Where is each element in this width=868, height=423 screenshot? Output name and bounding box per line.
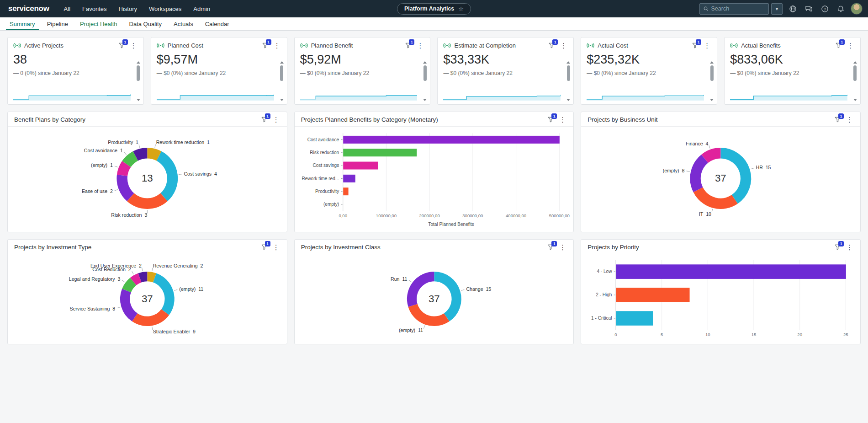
- menu-item-all[interactable]: All: [58, 3, 76, 15]
- donut-slice-strategic-enabler[interactable]: [135, 312, 165, 321]
- donut-slice-finance[interactable]: [705, 153, 721, 159]
- donut-slice-it[interactable]: [698, 190, 735, 203]
- donut-slice-end-user-experience[interactable]: [140, 277, 147, 278]
- bar-4-low[interactable]: [616, 264, 846, 279]
- kpi-scrollbar[interactable]: [423, 61, 427, 101]
- help-icon[interactable]: ?: [819, 3, 831, 15]
- kpi-scrollbar[interactable]: [280, 61, 284, 101]
- filter-button[interactable]: 1: [836, 43, 842, 48]
- context-menu-button[interactable]: ⋮: [846, 42, 855, 49]
- bar-2-high[interactable]: [616, 288, 690, 302]
- donut-slice-empty[interactable]: [155, 278, 170, 312]
- scroll-thumb[interactable]: [567, 65, 570, 81]
- scroll-thumb[interactable]: [137, 65, 140, 81]
- menu-item-workspaces[interactable]: Workspaces: [143, 3, 187, 15]
- context-menu-button[interactable]: ⋮: [845, 244, 854, 251]
- context-menu-button[interactable]: ⋮: [558, 244, 567, 251]
- tab-data-quality[interactable]: Data Quality: [123, 17, 168, 30]
- scroll-up-icon[interactable]: [566, 61, 570, 64]
- tab-calendar[interactable]: Calendar: [199, 17, 235, 30]
- context-menu-button[interactable]: ⋮: [416, 42, 424, 49]
- user-avatar[interactable]: [851, 3, 863, 15]
- tab-project-health[interactable]: Project Health: [74, 17, 123, 30]
- kpi-card-active-projects: Active Projects1⋮38— 0 (0%) since Januar…: [7, 37, 144, 105]
- context-menu-button[interactable]: ⋮: [129, 42, 138, 49]
- scroll-down-icon[interactable]: [280, 99, 284, 101]
- slice-label-line: [115, 189, 118, 191]
- kpi-scrollbar[interactable]: [566, 61, 570, 101]
- donut-slice-cost-reduction[interactable]: [133, 278, 140, 282]
- donut-slice-ease-of-use[interactable]: [122, 175, 131, 197]
- workspace-pill[interactable]: Platform Analytics ☆: [397, 3, 471, 15]
- scroll-up-icon[interactable]: [710, 61, 714, 64]
- context-menu-button[interactable]: ⋮: [845, 116, 854, 123]
- kpi-scrollbar[interactable]: [853, 61, 857, 101]
- menu-item-admin[interactable]: Admin: [188, 3, 216, 15]
- menu-item-history[interactable]: History: [113, 3, 143, 15]
- scroll-up-icon[interactable]: [137, 61, 140, 64]
- kpi-scrollbar[interactable]: [710, 61, 714, 101]
- bar-productivity[interactable]: [343, 187, 348, 195]
- tab-summary[interactable]: Summary: [4, 17, 41, 30]
- context-menu-button[interactable]: ⋮: [703, 42, 711, 49]
- donut-slice-empty[interactable]: [122, 164, 127, 176]
- bar-risk-reduction[interactable]: [343, 149, 417, 156]
- filter-button[interactable]: 1: [262, 43, 268, 48]
- donut-slice-empty[interactable]: [695, 159, 705, 190]
- context-menu-button[interactable]: ⋮: [273, 42, 281, 49]
- scroll-up-icon[interactable]: [280, 61, 284, 64]
- scroll-thumb[interactable]: [280, 65, 283, 81]
- scroll-down-icon[interactable]: [853, 99, 857, 101]
- filter-button[interactable]: 1: [835, 244, 841, 250]
- scroll-up-icon[interactable]: [853, 61, 857, 64]
- context-menu-button[interactable]: ⋮: [558, 116, 567, 123]
- filter-button[interactable]: 1: [261, 244, 267, 250]
- filter-button[interactable]: 1: [261, 117, 267, 123]
- donut-slice-legal-and-regulatory[interactable]: [127, 282, 133, 291]
- favorite-star-icon[interactable]: ☆: [458, 5, 464, 12]
- donut-slice-productivity[interactable]: [136, 153, 148, 156]
- scroll-down-icon[interactable]: [137, 99, 140, 101]
- servicenow-logo[interactable]: servicenow: [8, 4, 49, 13]
- search-input[interactable]: [711, 5, 765, 12]
- scroll-thumb[interactable]: [710, 65, 714, 81]
- search-scope-dropdown[interactable]: ▾: [771, 3, 783, 15]
- globe-icon[interactable]: [787, 3, 799, 15]
- context-menu-button[interactable]: ⋮: [559, 42, 568, 49]
- kpi-scrollbar[interactable]: [137, 61, 140, 101]
- donut-slice-cost-avoidance[interactable]: [127, 156, 136, 164]
- filter-button[interactable]: 1: [548, 244, 554, 250]
- scroll-down-icon[interactable]: [566, 99, 570, 101]
- filter-button[interactable]: 1: [548, 117, 554, 123]
- filter-button[interactable]: 1: [692, 43, 698, 48]
- scroll-down-icon[interactable]: [423, 99, 427, 101]
- scroll-thumb[interactable]: [853, 65, 857, 81]
- scroll-up-icon[interactable]: [423, 61, 427, 64]
- scroll-down-icon[interactable]: [710, 99, 714, 101]
- filter-button[interactable]: 1: [549, 43, 555, 48]
- filter-button[interactable]: 1: [835, 117, 841, 123]
- panel-header: Projects by Investment Class1⋮: [295, 240, 574, 254]
- kpi-sparkline: [157, 89, 274, 101]
- donut-slice-service-sustaining[interactable]: [125, 290, 134, 317]
- donut-slice-revenue-generating[interactable]: [147, 277, 154, 278]
- bar-1-critical[interactable]: [616, 311, 653, 326]
- bar-rework-time-red[interactable]: [343, 175, 355, 182]
- donut-slice-rework-time-reduction[interactable]: [147, 153, 159, 156]
- tab-actuals[interactable]: Actuals: [168, 17, 199, 30]
- donut-slice-empty[interactable]: [413, 305, 446, 321]
- chat-icon[interactable]: [803, 3, 815, 15]
- filter-button[interactable]: 1: [405, 43, 411, 48]
- context-menu-button[interactable]: ⋮: [272, 116, 281, 123]
- tab-pipeline[interactable]: Pipeline: [41, 17, 74, 30]
- menu-item-favorites[interactable]: Favorites: [77, 3, 112, 15]
- bar-cost-avoidance[interactable]: [343, 136, 560, 144]
- scroll-thumb[interactable]: [423, 65, 427, 81]
- donut-slice-cost-savings[interactable]: [159, 156, 173, 197]
- context-menu-button[interactable]: ⋮: [272, 244, 281, 251]
- search-box[interactable]: [699, 3, 769, 15]
- notifications-bell-icon[interactable]: [835, 3, 847, 15]
- donut-slice-risk-reduction[interactable]: [131, 197, 164, 203]
- filter-button[interactable]: 1: [119, 43, 125, 48]
- bar-cost-savings[interactable]: [343, 162, 378, 170]
